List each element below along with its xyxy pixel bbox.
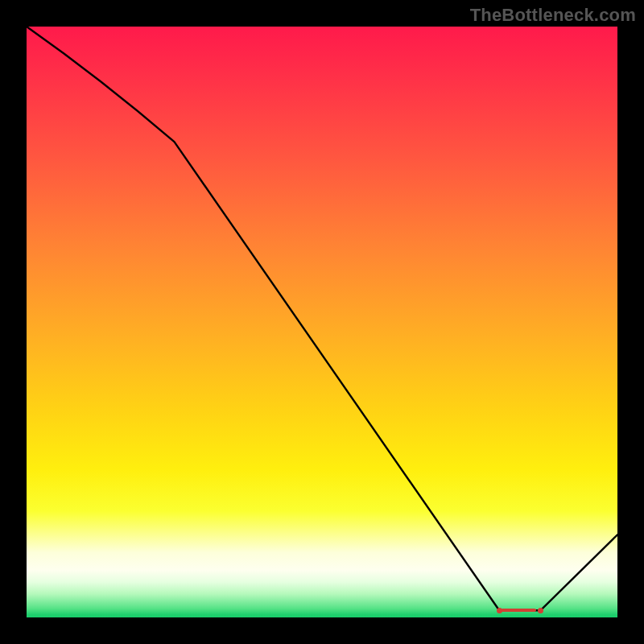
plot-border: [24, 24, 620, 620]
optimum-marker-dot-right: [538, 608, 543, 613]
watermark-text: TheBottleneck.com: [470, 5, 636, 26]
bottleneck-curve: [27, 27, 617, 617]
chart-frame: TheBottleneck.com: [0, 0, 644, 644]
curve-path: [27, 27, 617, 610]
optimum-marker-bar: [501, 609, 535, 612]
plot-area: [27, 27, 617, 617]
optimum-marker: [499, 609, 540, 612]
